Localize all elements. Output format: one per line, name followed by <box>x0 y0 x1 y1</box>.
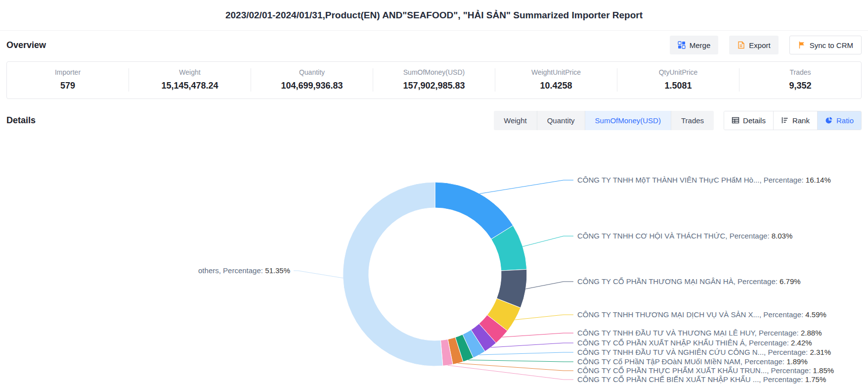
sync-to-crm-button[interactable]: Sync to CRM <box>789 36 862 54</box>
pie-label-line <box>479 180 573 193</box>
view-tabs: Details Rank Ratio <box>724 111 862 130</box>
pie-label: CÔNG TY TNHH THƯƠNG MẠI DỊCH VỤ VÀ SẢN X… <box>577 310 826 319</box>
pie-label-line <box>468 360 573 362</box>
stat-cell-weightunitprice: WeightUnitPrice 10.4258 <box>495 68 617 92</box>
stat-label: Weight <box>129 68 251 76</box>
view-tab-details[interactable]: Details <box>724 111 773 130</box>
pie-slice-others[interactable] <box>343 182 443 366</box>
metric-tabs: Weight Quantity SumOfMoney(USD) Trades <box>494 111 714 130</box>
pie-label: CÔNG TY TNHH ĐẦU TƯ VÀ NGHIÊN CỨU CÔNG N… <box>577 348 831 356</box>
report-title: 2023/02/01-2024/01/31,Product(EN) AND"SE… <box>225 10 643 21</box>
pie-label: CÔNG TY CỔ PHẦN THỰC PHẨM XUẤT KHẨU TRUN… <box>577 366 834 375</box>
metric-tab-trades[interactable]: Trades <box>671 111 714 130</box>
pie-label-line <box>294 271 343 278</box>
report-header: 2023/02/01-2024/01/31,Product(EN) AND"SE… <box>0 0 868 31</box>
pie-chart-icon <box>825 116 833 124</box>
stat-value: 157,902,985.83 <box>373 81 495 91</box>
stat-cell-weight: Weight 15,145,478.24 <box>129 68 251 92</box>
stat-cell-importer: Importer 579 <box>7 68 129 92</box>
importer-report-page: 2023/02/01-2024/01/31,Product(EN) AND"SE… <box>0 0 868 385</box>
stat-value: 104,699,936.83 <box>251 81 373 91</box>
merge-icon <box>678 41 686 49</box>
metric-tab-quantity[interactable]: Quantity <box>537 111 585 130</box>
pie-label-line <box>522 236 573 246</box>
overview-section-header: Overview Merge Export Sync to CRM <box>0 31 868 59</box>
importer-share-donut-chart: CÔNG TY TNHH MộT THÀNH VIÊN THựC PHẩM Hò… <box>0 131 868 385</box>
overview-heading: Overview <box>6 40 46 50</box>
view-tab-rank[interactable]: Rank <box>773 111 817 130</box>
pie-label-line <box>502 333 573 337</box>
export-document-icon <box>737 41 745 49</box>
merge-button[interactable]: Merge <box>670 36 719 54</box>
pie-label: CÔNG TY TNHH ĐẦU TƯ VÀ THƯƠNG MẠI LÊ HUY… <box>577 329 822 337</box>
pie-label: CÔNG TY Cổ PHầN TậP ĐOàN MUốI MIềN NAM, … <box>577 357 808 366</box>
view-tab-details-label: Details <box>743 116 766 125</box>
stat-value: 10.4258 <box>495 81 617 91</box>
pie-label-line <box>515 315 574 320</box>
details-controls: Weight Quantity SumOfMoney(USD) Trades D… <box>494 111 862 130</box>
flag-icon <box>798 41 806 49</box>
table-icon <box>732 116 739 124</box>
pie-label-line <box>491 343 573 347</box>
view-tab-rank-label: Rank <box>792 116 810 125</box>
stat-cell-trades: Trades 9,352 <box>739 68 861 92</box>
merge-button-label: Merge <box>690 41 711 49</box>
details-section-header: Details Weight Quantity SumOfMoney(USD) … <box>0 110 868 131</box>
view-tab-ratio[interactable]: Ratio <box>817 111 861 130</box>
stat-cell-sumofmoney-usd: SumOfMoney(USD) 157,902,985.83 <box>373 68 495 92</box>
view-tab-ratio-label: Ratio <box>836 116 854 125</box>
stat-value: 1.5081 <box>617 81 739 91</box>
details-heading: Details <box>6 115 36 126</box>
sync-to-crm-button-label: Sync to CRM <box>810 41 853 49</box>
pie-label: CÔNG TY TNHH MộT THÀNH VIÊN THựC PHẩM Hò… <box>577 176 831 184</box>
stat-label: Quantity <box>251 68 373 76</box>
pie-label: CÔNG TY CỔ PHẦN THƯƠNG MẠI NGÂN HÀ, Perc… <box>577 277 801 286</box>
pie-label-line <box>479 352 573 355</box>
pie-label: CÔNG TY CỔ PHẦN CHẾ BIẾN XUẤT NHẬP KHẨU … <box>577 375 826 384</box>
stat-cell-quantity: Quantity 104,699,936.83 <box>251 68 373 92</box>
stat-label: WeightUnitPrice <box>495 68 617 76</box>
pie-label-line <box>526 282 573 289</box>
ratio-chart-area: CÔNG TY TNHH MộT THÀNH VIÊN THựC PHẩM Hò… <box>0 131 868 385</box>
stat-value: 15,145,478.24 <box>129 81 251 91</box>
pie-label-line <box>448 365 573 380</box>
stat-label: Trades <box>739 68 861 76</box>
metric-tab-weight[interactable]: Weight <box>494 111 536 130</box>
stat-label: Importer <box>7 68 129 76</box>
pie-slice-0[interactable] <box>435 182 513 239</box>
pie-label: others, Percentage: 51.35% <box>198 266 290 275</box>
pie-label: CÔNG TY CỔ PHẦN XUẤT NHẬP KHẨU THIÊN Á, … <box>577 338 812 347</box>
pie-label: CÔNG TY TNHH CƠ HỘI VÀ THÁCH THỨC, Perce… <box>577 232 792 240</box>
stat-value: 9,352 <box>739 81 861 91</box>
export-button[interactable]: Export <box>729 36 778 54</box>
stat-value: 579 <box>7 81 129 91</box>
stat-label: QtyUnitPrice <box>617 68 739 76</box>
overview-stats-card: Importer 579 Weight 15,145,478.24 Quanti… <box>6 61 862 99</box>
stat-label: SumOfMoney(USD) <box>373 68 495 76</box>
stat-cell-qtyunitprice: QtyUnitPrice 1.5081 <box>617 68 739 92</box>
header-actions: Merge Export Sync to CRM <box>670 36 862 54</box>
metric-tab-sumofmoney-usd[interactable]: SumOfMoney(USD) <box>585 111 671 130</box>
rank-list-icon <box>781 116 789 124</box>
export-button-label: Export <box>749 41 770 49</box>
pie-label-line <box>458 363 574 371</box>
